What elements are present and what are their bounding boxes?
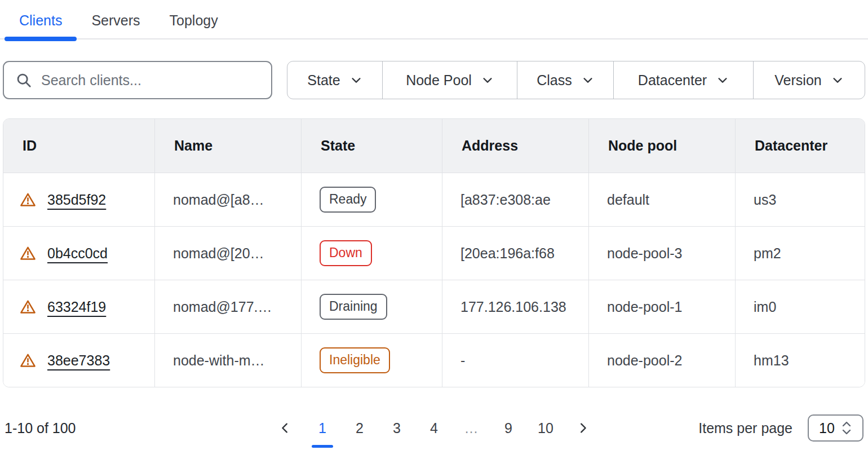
client-id-link[interactable]: 0b4cc0cd (47, 245, 108, 262)
column-header: Name (154, 119, 301, 173)
filter-label: Class (537, 72, 572, 89)
chevron-down-icon (716, 74, 729, 86)
client-datacenter: us3 (735, 173, 865, 226)
client-name: nomad@[20… (154, 227, 301, 280)
client-address: [a837:e308:ae (442, 173, 588, 226)
tab-toplogy[interactable]: Toplogy (155, 2, 233, 38)
client-address: 177.126.106.138 (442, 280, 588, 333)
column-header: ID (3, 119, 154, 173)
column-header: Datacenter (735, 119, 865, 173)
search-icon (15, 72, 32, 89)
page-1-button[interactable]: 1 (304, 416, 341, 440)
previous-page-button[interactable] (267, 416, 304, 440)
state-badge: Ready (320, 187, 376, 213)
filter-label: Version (774, 72, 821, 89)
tab-label: Toplogy (170, 12, 218, 29)
table-body: 385d5f92 nomad@[a8… Ready [a837:e308:ae … (3, 173, 865, 387)
table-row: 0b4cc0cd nomad@[20… Down [20ea:196a:f68 … (3, 226, 865, 280)
clients-table: IDNameStateAddressNode poolDatacenter 38… (3, 118, 865, 387)
client-name: nomad@177.… (154, 280, 301, 333)
chevron-down-icon (582, 74, 594, 86)
items-per-page-select[interactable]: 10 (808, 414, 863, 442)
filter-node-pool[interactable]: Node Pool (382, 61, 517, 99)
client-node-pool: default (588, 173, 735, 226)
client-datacenter: im0 (735, 280, 865, 333)
toolbar: State Node Pool Class Datacenter (3, 61, 865, 99)
filter-label: Node Pool (406, 72, 472, 89)
client-id-link[interactable]: 38ee7383 (47, 352, 110, 369)
pager: 1234…910 (267, 416, 601, 440)
filter-datacenter[interactable]: Datacenter (613, 61, 753, 99)
client-id-link[interactable]: 63324f19 (47, 299, 106, 315)
client-address: - (442, 334, 588, 387)
column-header: State (301, 119, 442, 173)
search-box[interactable] (3, 61, 272, 99)
tab-clients[interactable]: Clients (5, 2, 77, 38)
filter-class[interactable]: Class (517, 61, 613, 99)
table-row: 38ee7383 node-with-m… Ineligible - node-… (3, 333, 865, 387)
chevron-down-icon (481, 74, 494, 86)
items-per-page-value: 10 (819, 420, 835, 436)
chevron-right-icon (577, 422, 589, 434)
tab-servers[interactable]: Servers (77, 2, 154, 38)
chevron-down-icon (350, 74, 362, 86)
client-datacenter: pm2 (735, 227, 865, 280)
client-node-pool: node-pool-2 (588, 334, 735, 387)
filter-bar: State Node Pool Class Datacenter (287, 61, 865, 99)
next-page-button[interactable] (564, 416, 601, 440)
pagination-bar: 1-10 of 100 1234…910 Items per page 10 (5, 413, 863, 443)
column-header: Node pool (588, 119, 735, 173)
table-row: 385d5f92 nomad@[a8… Ready [a837:e308:ae … (3, 173, 865, 226)
client-address: [20ea:196a:f68 (442, 227, 588, 280)
page-4-button[interactable]: 4 (415, 416, 453, 440)
search-input[interactable] (41, 72, 261, 89)
tab-label: Servers (91, 12, 140, 29)
client-datacenter: hm13 (735, 334, 865, 387)
filter-label: State (307, 72, 340, 89)
warning-triangle-icon (19, 299, 37, 315)
tab-bar: Clients Servers Toplogy (0, 0, 868, 39)
state-badge: Draining (320, 294, 387, 320)
client-id-link[interactable]: 385d5f92 (47, 192, 106, 208)
tab-label: Clients (19, 12, 62, 29)
state-badge: Ineligible (320, 347, 390, 373)
chevron-left-icon (279, 422, 291, 434)
warning-triangle-icon (19, 245, 37, 262)
filter-state[interactable]: State (287, 61, 382, 99)
state-badge: Down (320, 240, 372, 266)
filter-version[interactable]: Version (753, 61, 865, 99)
items-per-page-label: Items per page (698, 420, 792, 436)
warning-triangle-icon (19, 352, 37, 369)
client-name: nomad@[a8… (154, 173, 301, 226)
select-updown-icon (841, 420, 852, 436)
page-10-button[interactable]: 10 (527, 416, 564, 440)
page-9-button[interactable]: 9 (490, 416, 527, 440)
filter-label: Datacenter (638, 72, 707, 89)
client-name: node-with-m… (154, 334, 301, 387)
client-node-pool: node-pool-1 (588, 280, 735, 333)
page-2-button[interactable]: 2 (341, 416, 378, 440)
pagination-ellipsis: … (453, 416, 490, 440)
page-3-button[interactable]: 3 (378, 416, 415, 440)
table-row: 63324f19 nomad@177.… Draining 177.126.10… (3, 280, 865, 333)
warning-triangle-icon (19, 192, 37, 208)
table-header-row: IDNameStateAddressNode poolDatacenter (3, 119, 865, 173)
column-header: Address (442, 119, 588, 173)
client-node-pool: node-pool-3 (588, 227, 735, 280)
chevron-down-icon (831, 74, 844, 86)
